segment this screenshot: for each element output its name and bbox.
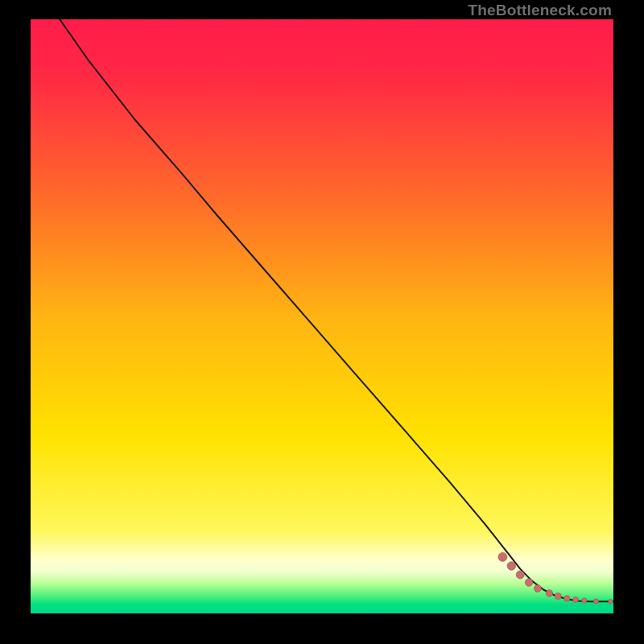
chart-frame: TheBottleneck.com xyxy=(0,0,644,644)
plot-area xyxy=(31,19,613,613)
gradient-background xyxy=(31,19,613,613)
watermark-text: TheBottleneck.com xyxy=(468,2,612,19)
